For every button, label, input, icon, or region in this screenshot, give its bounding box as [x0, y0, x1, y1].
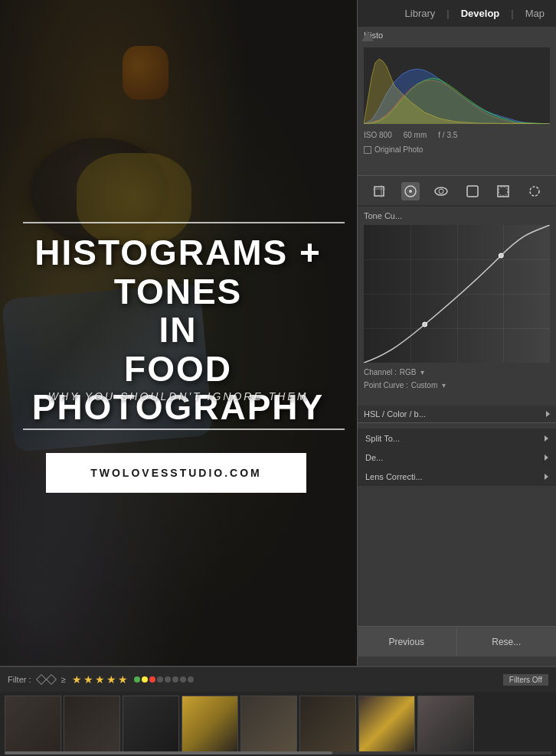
- filter-icons: [38, 676, 55, 683]
- color-dot-yellow[interactable]: [142, 676, 148, 683]
- original-photo-row: Original Photo: [358, 142, 556, 157]
- filter-diamond1[interactable]: [35, 674, 46, 685]
- svg-point-12: [423, 322, 427, 327]
- tools-row: [358, 176, 556, 207]
- color-dot-gray5[interactable]: [188, 676, 194, 683]
- lightroom-panel: Library | Develop | Map Histo: [357, 0, 556, 666]
- redeye-tool-icon[interactable]: [432, 182, 450, 200]
- hsl-header[interactable]: HSL / Color / b...: [358, 406, 556, 423]
- svg-rect-11: [364, 225, 550, 363]
- color-dot-red[interactable]: [149, 676, 155, 683]
- focal-value: 60 mm: [404, 131, 427, 139]
- histogram-label: Histo: [358, 27, 556, 44]
- photo-background: HISTOGRAMS + TONES IN FOOD PHOTOGRAPHY W…: [0, 0, 358, 666]
- filmstrip-scrollbar-thumb[interactable]: [5, 751, 332, 754]
- svg-rect-8: [498, 186, 509, 197]
- hsl-label: HSL / Color / b...: [364, 409, 426, 419]
- nav-divider2: |: [511, 8, 513, 19]
- film-thumb-inner-7: [359, 696, 414, 753]
- title-line2: IN: [0, 311, 356, 350]
- filters-off-button[interactable]: Filters Off: [503, 674, 548, 686]
- channel-value[interactable]: RGB: [400, 368, 417, 376]
- svg-point-13: [499, 253, 503, 258]
- film-thumb-7[interactable]: [358, 696, 415, 754]
- previous-button[interactable]: Previous: [357, 627, 457, 657]
- nav-bar: Library | Develop | Map: [358, 0, 556, 27]
- title-line1: HISTOGRAMS + TONES: [0, 233, 356, 311]
- gte-symbol: ≥: [61, 675, 66, 684]
- aperture-value: f / 3.5: [438, 131, 457, 139]
- hsl-expand-icon: [546, 411, 550, 417]
- graduated-filter-icon[interactable]: [494, 182, 512, 200]
- nav-map[interactable]: Map: [525, 8, 545, 19]
- domain-badge: TWOLOVESSTUDIO.COM: [46, 453, 306, 493]
- star2: ★: [83, 673, 93, 686]
- nav-divider1: |: [446, 8, 449, 19]
- film-thumb-3[interactable]: [123, 696, 179, 754]
- action-buttons: Previous Rese...: [357, 626, 556, 657]
- clipping-warning-icon[interactable]: [361, 31, 374, 41]
- film-thumb-inner-6: [300, 696, 355, 753]
- film-thumb-6[interactable]: [299, 696, 356, 754]
- filmstrip-scrollbar-track: [5, 751, 551, 754]
- histogram-svg: [364, 47, 550, 124]
- histogram-graph: [364, 47, 550, 124]
- tone-curve-graph[interactable]: [364, 225, 550, 363]
- point-curve-label: Point Curve :: [364, 381, 408, 389]
- film-thumb-2[interactable]: [64, 696, 120, 754]
- filmstrip-toolbar: Filter : ≥ ★ ★ ★ ★ ★: [0, 667, 556, 692]
- svg-point-4: [409, 190, 412, 193]
- film-thumb-inner-5: [241, 696, 296, 753]
- nav-library[interactable]: Library: [405, 8, 436, 19]
- original-photo-label: Original Photo: [374, 145, 423, 154]
- point-curve-value[interactable]: Custom: [411, 381, 437, 389]
- spot-heal-tool-icon[interactable]: [401, 182, 420, 200]
- color-dot-gray4[interactable]: [180, 676, 186, 683]
- film-thumb-4[interactable]: [182, 696, 238, 754]
- domain-text: TWOLOVESSTUDIO.COM: [90, 467, 262, 479]
- color-dot-gray1[interactable]: [157, 676, 163, 683]
- reset-button[interactable]: Rese...: [457, 627, 557, 657]
- main-area: HISTOGRAMS + TONES IN FOOD PHOTOGRAPHY W…: [0, 0, 556, 756]
- original-photo-checkbox[interactable]: [364, 146, 371, 154]
- split-toning-label: Split To...: [365, 434, 400, 443]
- svg-rect-0: [374, 187, 384, 196]
- filter-diamond2[interactable]: [45, 674, 56, 685]
- radial-filter-icon[interactable]: [463, 182, 482, 200]
- tone-curve-label: Tone Cu...: [358, 207, 556, 222]
- star4: ★: [106, 673, 116, 686]
- lens-expand-icon: [545, 474, 548, 480]
- color-dot-gray2[interactable]: [165, 676, 171, 683]
- star3: ★: [95, 673, 105, 686]
- crop-tool-icon[interactable]: [370, 182, 388, 200]
- point-curve-dropdown-icon[interactable]: ▾: [442, 381, 446, 389]
- channel-dropdown-icon[interactable]: ▾: [420, 368, 424, 376]
- svg-point-6: [439, 189, 443, 194]
- tone-curve-area: Tone Cu...: [358, 207, 556, 406]
- film-thumb-inner-8: [418, 696, 473, 753]
- svg-rect-7: [467, 186, 478, 197]
- film-thumb-1[interactable]: [5, 696, 61, 754]
- brush-tool-icon[interactable]: [525, 182, 544, 200]
- split-toning-expand-icon: [545, 435, 548, 442]
- nav-develop[interactable]: Develop: [461, 8, 500, 19]
- deco-line-bottom: [23, 429, 345, 430]
- deco-line-top: [23, 222, 345, 223]
- detail-label: De...: [365, 453, 383, 462]
- title-line3: FOOD PHOTOGRAPHY: [0, 350, 356, 427]
- film-thumb-inner-2: [64, 696, 119, 753]
- lens-header[interactable]: Lens Correcti...: [358, 467, 556, 486]
- star-rating[interactable]: ★ ★ ★ ★ ★: [72, 673, 128, 686]
- detail-header[interactable]: De...: [358, 448, 556, 467]
- star1: ★: [72, 673, 82, 686]
- filmstrip: Filter : ≥ ★ ★ ★ ★ ★: [0, 666, 556, 756]
- color-dot-gray3[interactable]: [172, 676, 178, 683]
- subtitle-text: WHY YOU SHOULDN'T IGNORE THEM: [0, 390, 356, 402]
- channel-row: Channel : RGB ▾: [358, 366, 556, 379]
- film-thumb-5[interactable]: [240, 696, 297, 754]
- split-toning-header[interactable]: Split To...: [358, 429, 556, 448]
- film-thumb-inner-3: [123, 696, 178, 753]
- film-thumb-8[interactable]: [417, 696, 474, 754]
- lens-label: Lens Correcti...: [365, 472, 423, 481]
- color-dot-green[interactable]: [134, 676, 140, 683]
